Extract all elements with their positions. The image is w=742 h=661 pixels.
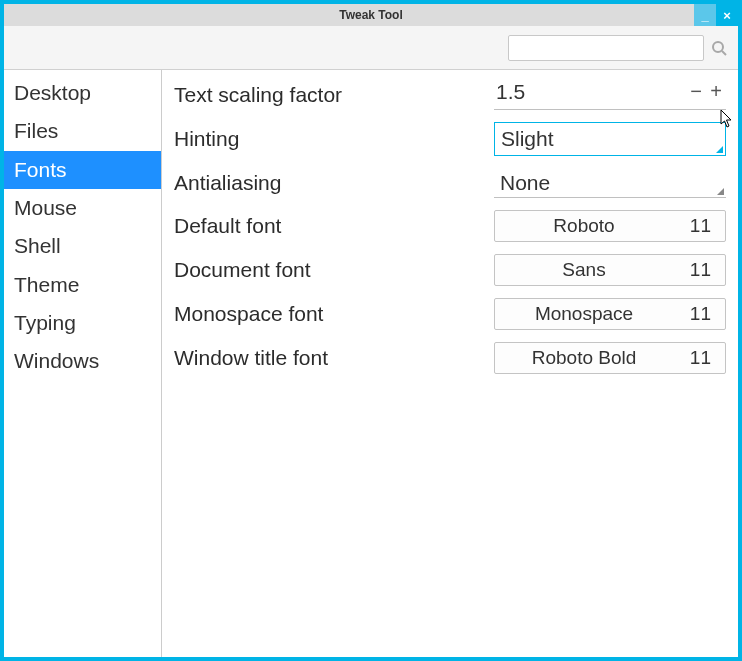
text-scaling-value: 1.5 [494, 80, 686, 104]
label-text-scaling: Text scaling factor [174, 83, 494, 107]
document-font-button[interactable]: Sans 11 [494, 254, 726, 286]
label-document-font: Document font [174, 258, 494, 282]
monospace-font-button[interactable]: Monospace 11 [494, 298, 726, 330]
minus-icon[interactable]: − [686, 80, 706, 102]
label-antialiasing: Antialiasing [174, 171, 494, 195]
main-body: Desktop Files Fonts Mouse Shell Theme Ty… [4, 70, 738, 657]
document-font-name: Sans [509, 259, 659, 281]
row-monospace-font: Monospace font Monospace 11 [174, 298, 726, 330]
row-hinting: Hinting Slight [174, 122, 726, 156]
sidebar-item-fonts[interactable]: Fonts [4, 151, 161, 189]
default-font-button[interactable]: Roboto 11 [494, 210, 726, 242]
label-monospace-font: Monospace font [174, 302, 494, 326]
default-font-name: Roboto [509, 215, 659, 237]
window-title-font-name: Roboto Bold [509, 347, 659, 369]
document-font-size: 11 [683, 259, 711, 281]
label-default-font: Default font [174, 214, 494, 238]
row-document-font: Document font Sans 11 [174, 254, 726, 286]
sidebar-item-windows[interactable]: Windows [4, 342, 161, 380]
titlebar: Tweak Tool _ × [4, 4, 738, 26]
svg-point-0 [713, 42, 723, 52]
search-icon[interactable] [710, 39, 728, 57]
row-default-font: Default font Roboto 11 [174, 210, 726, 242]
row-window-title-font: Window title font Roboto Bold 11 [174, 342, 726, 374]
content-panel: Text scaling factor 1.5 − + Hinting Slig… [162, 70, 738, 657]
row-text-scaling: Text scaling factor 1.5 − + [174, 80, 726, 110]
app-window: Tweak Tool _ × Desktop Files Fonts Mouse… [0, 0, 742, 661]
window-title-font-size: 11 [683, 347, 711, 369]
row-antialiasing: Antialiasing None [174, 168, 726, 198]
svg-line-1 [722, 51, 726, 55]
plus-icon[interactable]: + [706, 80, 726, 102]
sidebar-item-shell[interactable]: Shell [4, 227, 161, 265]
monospace-font-name: Monospace [509, 303, 659, 325]
sidebar: Desktop Files Fonts Mouse Shell Theme Ty… [4, 70, 162, 657]
label-window-title-font: Window title font [174, 346, 494, 370]
window-title-font-button[interactable]: Roboto Bold 11 [494, 342, 726, 374]
label-hinting: Hinting [174, 127, 494, 151]
text-scaling-stepper[interactable]: 1.5 − + [494, 80, 726, 110]
antialiasing-value: None [500, 171, 550, 195]
search-input[interactable] [508, 35, 704, 61]
sidebar-item-typing[interactable]: Typing [4, 304, 161, 342]
sidebar-item-desktop[interactable]: Desktop [4, 74, 161, 112]
sidebar-item-theme[interactable]: Theme [4, 266, 161, 304]
toolbar [4, 26, 738, 70]
antialiasing-combo[interactable]: None [494, 168, 726, 198]
hinting-value: Slight [501, 127, 554, 151]
sidebar-item-mouse[interactable]: Mouse [4, 189, 161, 227]
monospace-font-size: 11 [683, 303, 711, 325]
sidebar-item-files[interactable]: Files [4, 112, 161, 150]
window-title: Tweak Tool [4, 8, 738, 22]
hinting-combo[interactable]: Slight [494, 122, 726, 156]
default-font-size: 11 [683, 215, 711, 237]
